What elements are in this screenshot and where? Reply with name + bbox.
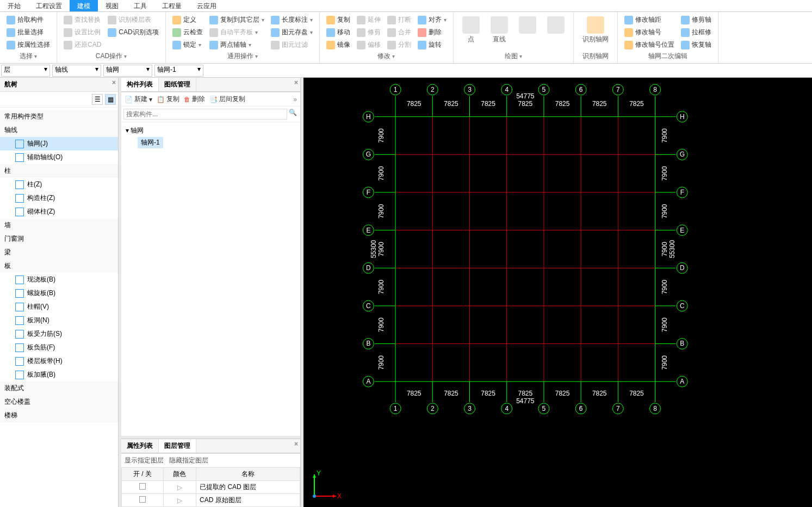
svg-text:7900: 7900: [661, 242, 668, 256]
ribbon-button[interactable]: CAD识别选项: [106, 27, 160, 38]
close-icon[interactable]: ×: [112, 79, 116, 86]
svg-text:7825: 7825: [592, 100, 607, 108]
ribbon-button[interactable]: 对齐: [416, 14, 449, 26]
tab-layer-manage[interactable]: 图层管理: [159, 439, 196, 453]
tree-category[interactable]: 墙: [0, 218, 118, 232]
ribbon-button[interactable]: 云检查: [170, 27, 205, 38]
ribbon-button[interactable]: 镜像: [324, 39, 352, 51]
ribbon-button[interactable]: 修改轴号: [622, 27, 677, 38]
tree-category[interactable]: 轴线: [0, 123, 118, 137]
ribbon-button[interactable]: 定义: [170, 14, 205, 26]
tree-category[interactable]: 梁: [0, 246, 118, 259]
tab-drawing-manage[interactable]: 图纸管理: [159, 78, 196, 91]
category-selector[interactable]: 轴线▾: [52, 65, 101, 77]
tree-category[interactable]: 楼梯: [0, 409, 118, 422]
ribbon-button[interactable]: 移动: [324, 27, 352, 38]
ribbon-button[interactable]: 长度标注: [269, 14, 315, 26]
ribbon-button[interactable]: 两点辅轴: [207, 39, 266, 51]
tree-item[interactable]: 辅助轴线(O): [0, 151, 118, 164]
tab-property-list[interactable]: 属性列表: [121, 439, 159, 453]
ribbon-big-button[interactable]: 识别轴网: [578, 14, 613, 46]
tab-component-list[interactable]: 构件列表: [121, 78, 159, 91]
tree-item[interactable]: 柱(Z): [0, 178, 118, 191]
menu-tab-6[interactable]: 云应用: [189, 0, 224, 11]
table-row[interactable]: ▷ CAD 原始图层: [122, 494, 300, 507]
checkbox[interactable]: [139, 496, 146, 503]
new-button[interactable]: 📄新建 ▾: [125, 95, 152, 104]
ribbon-button[interactable]: 修改轴号位置: [622, 39, 677, 51]
ribbon-button[interactable]: 锁定: [170, 39, 205, 51]
ribbon-big-button: 直线: [486, 14, 512, 46]
close-icon[interactable]: ×: [294, 440, 298, 448]
ribbon-button[interactable]: 修剪轴: [679, 14, 714, 26]
close-icon[interactable]: ×: [294, 79, 298, 86]
tree-item[interactable]: 板受力筋(S): [0, 327, 118, 341]
ribbon-group-5: 识别轴网识别轴网: [574, 12, 618, 63]
tree-item[interactable]: 板加腋(B): [0, 368, 118, 381]
tree-item[interactable]: 构造柱(Z): [0, 191, 118, 205]
ribbon-button[interactable]: 复制到其它层: [207, 14, 266, 26]
menu-tab-0[interactable]: 开始: [0, 0, 28, 11]
ribbon-button[interactable]: 恢复轴: [679, 39, 714, 51]
menu-tab-5[interactable]: 工程量: [154, 0, 189, 11]
ribbon-button[interactable]: 修改轴距: [622, 14, 677, 26]
tree-item[interactable]: 砌体柱(Z): [0, 205, 118, 218]
ribbon-button[interactable]: 图元存盘: [269, 27, 315, 38]
svg-point-150: [313, 495, 316, 498]
svg-text:F: F: [367, 189, 370, 196]
ribbon-button[interactable]: 批量选择: [4, 27, 52, 38]
layer-copy-button[interactable]: 📑层间复制: [209, 95, 245, 104]
ribbon-button[interactable]: 删除: [416, 27, 449, 38]
hide-layer-button[interactable]: 隐藏指定图层: [169, 456, 208, 464]
svg-text:3: 3: [468, 86, 472, 93]
tree-item[interactable]: 轴网(J): [0, 137, 118, 151]
checkbox[interactable]: [139, 483, 146, 490]
tree-item[interactable]: 现浇板(B): [0, 273, 118, 286]
svg-text:4: 4: [505, 405, 509, 412]
tree-item[interactable]: 楼层板带(H): [0, 354, 118, 368]
ribbon-button[interactable]: [106, 39, 160, 49]
show-layer-button[interactable]: 显示指定图层: [125, 456, 164, 464]
tree-category[interactable]: 门窗洞: [0, 232, 118, 246]
tree-view-button[interactable]: ▦: [105, 94, 116, 105]
delete-button[interactable]: 🗑删除: [184, 95, 205, 104]
table-row[interactable]: ▷ 已提取的 CAD 图层: [122, 481, 300, 494]
menu-tab-1[interactable]: 工程设置: [28, 0, 70, 11]
tree-item[interactable]: 柱帽(V): [0, 300, 118, 314]
viewport[interactable]: 1178257825227825782533782578254478257825…: [303, 78, 812, 507]
tree-category[interactable]: 装配式: [0, 381, 118, 395]
tree-category[interactable]: 常用构件类型: [0, 110, 118, 123]
type-selector[interactable]: 轴网▾: [103, 65, 152, 77]
menu-tab-2[interactable]: 建模: [70, 0, 98, 11]
ribbon-group-label: 修改: [324, 51, 449, 61]
expand-icon[interactable]: »: [293, 96, 297, 103]
svg-text:C: C: [680, 302, 685, 310]
name-selector[interactable]: 轴网-1▾: [154, 65, 203, 77]
tree-item[interactable]: 板洞(N): [0, 314, 118, 327]
ribbon-button[interactable]: 按属性选择: [4, 39, 52, 51]
component-panel: 构件列表 图纸管理 × 📄新建 ▾ 📋复制 🗑删除 📑层间复制 » 🔍 轴网 轴…: [121, 78, 301, 507]
expand-icon[interactable]: ▷: [177, 497, 182, 504]
component-item[interactable]: 轴网-1: [138, 137, 163, 148]
list-view-button[interactable]: ☰: [92, 94, 103, 105]
ribbon-big-button: 点: [458, 14, 484, 46]
tree-category[interactable]: 柱: [0, 164, 118, 178]
ribbon-button[interactable]: 旋转: [416, 39, 449, 51]
menu-tab-3[interactable]: 视图: [98, 0, 126, 11]
tree-item[interactable]: 螺旋板(B): [0, 286, 118, 300]
menu-tab-4[interactable]: 工具: [126, 0, 154, 11]
tree-category[interactable]: 空心楼盖: [0, 395, 118, 409]
ribbon-button[interactable]: 复制: [324, 14, 352, 26]
expand-icon[interactable]: ▷: [177, 484, 182, 491]
ribbon-button[interactable]: 拉框修: [679, 27, 714, 38]
search-input[interactable]: [123, 109, 287, 120]
component-group[interactable]: 轴网: [121, 124, 300, 137]
tree-item[interactable]: 板负筋(F): [0, 341, 118, 354]
layer-selector[interactable]: 层▾: [1, 65, 50, 77]
search-icon[interactable]: 🔍: [287, 109, 298, 120]
svg-text:7900: 7900: [377, 317, 385, 332]
ribbon-button[interactable]: 拾取构件: [4, 14, 52, 26]
tree-category[interactable]: 板: [0, 259, 118, 273]
copy-button[interactable]: 📋复制: [157, 95, 179, 104]
svg-text:F: F: [680, 189, 684, 196]
